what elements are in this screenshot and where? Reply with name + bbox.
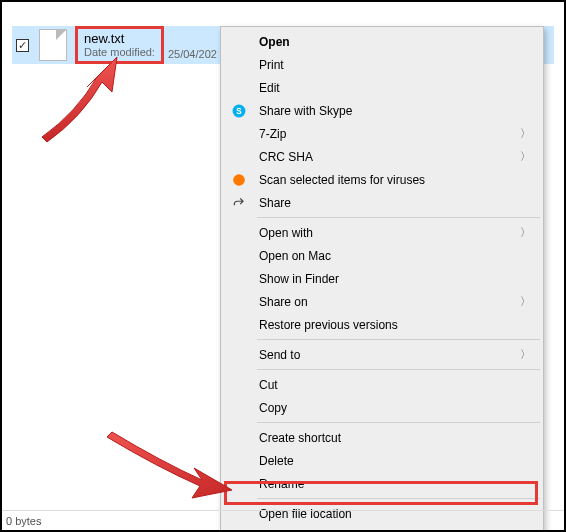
menu-separator [257,369,540,370]
menu-edit[interactable]: Edit [223,76,541,99]
status-size: 0 bytes [6,515,41,527]
submenu-arrow-icon: 〉 [520,126,531,141]
svg-text:S: S [236,106,242,115]
share-icon [229,196,249,210]
file-icon [39,29,67,61]
menu-label: Show in Finder [249,272,531,286]
menu-copy[interactable]: Copy [223,396,541,419]
menu-label: Open on Mac [249,249,531,263]
submenu-arrow-icon: 〉 [520,225,531,240]
menu-label: Print [249,58,531,72]
file-date-label: Date modified: [84,46,155,59]
menu-label: Edit [249,81,531,95]
menu-create-shortcut[interactable]: Create shortcut [223,426,541,449]
menu-open[interactable]: Open [223,30,541,53]
menu-open-mac[interactable]: Open on Mac [223,244,541,267]
annotation-arrow-top [22,57,152,147]
menu-separator [257,498,540,499]
menu-label: Scan selected items for viruses [249,173,531,187]
menu-crc-sha[interactable]: CRC SHA 〉 [223,145,541,168]
skype-icon: S [229,104,249,118]
menu-label: 7-Zip [249,127,520,141]
svg-point-2 [233,174,245,186]
menu-7zip[interactable]: 7-Zip 〉 [223,122,541,145]
submenu-arrow-icon: 〉 [520,347,531,362]
menu-label: Share [249,196,531,210]
menu-label: Cut [249,378,531,392]
menu-rename[interactable]: Rename [223,472,541,495]
menu-separator [257,217,540,218]
menu-print[interactable]: Print [223,53,541,76]
menu-cut[interactable]: Cut [223,373,541,396]
menu-label: Copy [249,401,531,415]
menu-open-with[interactable]: Open with 〉 [223,221,541,244]
menu-scan-viruses[interactable]: Scan selected items for viruses [223,168,541,191]
antivirus-icon [229,173,249,187]
menu-label: Share on [249,295,520,309]
submenu-arrow-icon: 〉 [520,149,531,164]
checkbox-selected[interactable] [16,39,29,52]
menu-share-skype[interactable]: S Share with Skype [223,99,541,122]
menu-label: Send to [249,348,520,362]
file-highlight-box: new.txt Date modified: [75,26,164,65]
menu-label: Restore previous versions [249,318,531,332]
menu-send-to[interactable]: Send to 〉 [223,343,541,366]
file-name: new.txt [84,31,155,47]
submenu-arrow-icon: 〉 [520,294,531,309]
status-bar: 0 bytes [2,510,564,530]
file-date-value: 25/04/202 [168,48,217,64]
menu-label: Delete [249,454,531,468]
menu-separator [257,339,540,340]
menu-label: Open [249,35,531,49]
menu-label: Share with Skype [249,104,531,118]
menu-label: Open with [249,226,520,240]
menu-show-finder[interactable]: Show in Finder [223,267,541,290]
menu-share[interactable]: Share [223,191,541,214]
menu-separator [257,422,540,423]
menu-label: CRC SHA [249,150,520,164]
menu-label: Rename [249,477,531,491]
menu-share-on[interactable]: Share on 〉 [223,290,541,313]
menu-restore-prev[interactable]: Restore previous versions [223,313,541,336]
menu-label: Create shortcut [249,431,531,445]
context-menu: Open Print Edit S Share with Skype 7-Zip… [220,26,544,532]
menu-delete[interactable]: Delete [223,449,541,472]
